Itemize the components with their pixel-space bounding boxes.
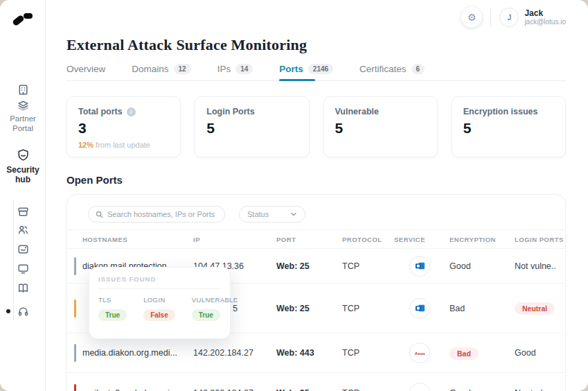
notification-dot: [6, 309, 10, 313]
cell-protocol: TCP: [342, 261, 394, 271]
layers-icon: [17, 98, 30, 112]
cell-hostname: media.diakon.org.medi...: [82, 348, 193, 358]
outlook-service-icon: [409, 256, 430, 277]
search-input[interactable]: [107, 210, 217, 218]
page-title: External Attack Surface Monitoring: [66, 36, 566, 54]
row-status-accent: [74, 384, 76, 391]
open-ports-table-card: Status HOSTNAMES IP PORT PROTOCOL SERVIC…: [66, 194, 566, 391]
outlook-icon: [415, 303, 425, 313]
outlook-service-icon: [409, 298, 430, 319]
stat-card-login-ports: Login Ports 5: [195, 96, 309, 157]
cell-encryption: Bad: [449, 304, 515, 313]
sidebar-item-devices[interactable]: [0, 262, 46, 275]
outlook-icon: [415, 261, 425, 271]
tab-certificates[interactable]: Certificates 6: [359, 64, 425, 80]
sidebar-item-inventory[interactable]: [0, 205, 46, 218]
sidebar: Partner Portal Security hub: [0, 0, 46, 391]
tab-ports[interactable]: Ports 2146: [279, 64, 333, 80]
col-service[interactable]: SERVICE: [394, 236, 449, 243]
sidebar-label-security-hub[interactable]: Security hub: [0, 165, 46, 184]
oki-service-icon: OKI: [409, 383, 430, 391]
cell-hostname: mailgate2.preludeservi....: [82, 388, 193, 391]
cell-protocol: TCP: [342, 304, 394, 313]
sidebar-subnav-line: [13, 201, 14, 320]
building-icon: [17, 83, 30, 96]
cell-port: Web: 25: [276, 261, 342, 271]
status-filter-dropdown[interactable]: Status: [239, 206, 305, 223]
stat-card-encryption-issues: Encryption issues 5: [452, 96, 566, 157]
cell-port: Web: 443: [276, 348, 342, 358]
camera-icon: [17, 243, 30, 256]
stat-value: 5: [335, 120, 426, 137]
stat-card-vulnerable: Vulnerable 5: [323, 96, 438, 157]
col-ip[interactable]: IP: [193, 236, 276, 243]
tab-badge: 12: [174, 64, 191, 74]
sidebar-label-partner-portal[interactable]: Partner Portal: [0, 114, 46, 133]
col-encryption[interactable]: ENCRYPTION: [449, 236, 515, 243]
tooltip-item-login: LOGIN False: [143, 296, 175, 321]
stat-value: 5: [463, 120, 554, 137]
user-name: Jack: [524, 8, 566, 18]
cell-encryption: Good: [449, 388, 515, 391]
search-icon: [96, 211, 103, 218]
row-status-accent: [74, 257, 76, 275]
table-row[interactable]: mailgate2.preludeservi.... 142.202.184.2…: [67, 372, 565, 391]
tooltip-divider: [98, 288, 221, 289]
tooltip-title: ISSUES FOUND: [98, 275, 221, 283]
logo-mark: [24, 13, 33, 19]
cell-ip: 142.202.184.27: [193, 348, 276, 358]
chevron-down-icon: [290, 211, 297, 218]
info-icon[interactable]: i: [127, 107, 136, 116]
delta-suffix: from last update: [93, 141, 150, 149]
col-login-ports[interactable]: LOGIN PORTS: [515, 236, 565, 243]
search-field[interactable]: [88, 206, 225, 223]
tab-overview[interactable]: Overview: [66, 64, 105, 80]
login-status-badge: False: [143, 309, 175, 321]
tab-ips[interactable]: IPs 14: [217, 64, 253, 80]
col-port[interactable]: PORT: [276, 236, 342, 243]
col-hostnames[interactable]: HOSTNAMES: [82, 236, 193, 243]
sidebar-item-users[interactable]: [0, 223, 46, 236]
sidebar-item-scans[interactable]: [0, 243, 46, 256]
tab-domains[interactable]: Domains 12: [132, 64, 190, 80]
table-toolbar: Status: [67, 195, 565, 223]
cell-login-ports-badge: Neutral: [515, 302, 555, 315]
asus-logo-icon: Asus: [414, 351, 425, 356]
tooltip-item-tls: TLS True: [98, 296, 127, 321]
sidebar-item-docs[interactable]: [0, 281, 46, 295]
sidebar-item-partner-portal[interactable]: [0, 98, 46, 112]
cell-encryption: Good: [449, 261, 515, 271]
archive-box-icon: [17, 205, 30, 218]
tab-badge: 2146: [308, 64, 333, 74]
col-protocol[interactable]: PROTOCOL: [342, 236, 394, 243]
settings-button[interactable]: ⚙: [461, 7, 482, 28]
sidebar-item-organization[interactable]: [0, 83, 46, 96]
row-status-accent: [74, 299, 76, 318]
app-window: Partner Portal Security hub: [0, 0, 588, 391]
user-email: jack@lotus.io: [524, 18, 566, 26]
delta-percent: 12%: [78, 141, 93, 149]
cell-encryption-badge: Bad: [449, 347, 479, 360]
cell-login-ports: Not vulne..: [515, 261, 565, 271]
cell-login-ports: Neutral: [515, 388, 565, 391]
cell-protocol: TCP: [342, 388, 394, 391]
user-menu[interactable]: J Jack jack@lotus.io: [499, 8, 566, 27]
table-header-row: HOSTNAMES IP PORT PROTOCOL SERVICE ENCRY…: [67, 229, 565, 249]
stat-value: 5: [206, 120, 297, 137]
asus-service-icon: Asus: [409, 342, 430, 363]
tab-badge: 14: [235, 64, 253, 74]
section-title-open-ports: Open Ports: [66, 174, 566, 186]
cell-port: Web: 25: [276, 304, 342, 313]
cell-port: Web: 25: [276, 388, 342, 391]
users-icon: [17, 223, 30, 236]
stat-card-total-ports: Total ports i 3 12% from last update: [66, 96, 181, 157]
shield-icon: [17, 148, 30, 162]
tab-bar: Overview Domains 12 IPs 14 Ports 2146 Ce…: [66, 64, 566, 81]
stat-cards: Total ports i 3 12% from last update Log…: [66, 96, 566, 157]
sidebar-item-security-hub[interactable]: [0, 148, 46, 162]
brand-logo[interactable]: [12, 11, 35, 29]
cell-ip: 142.202.184.27: [193, 388, 276, 391]
gear-icon: ⚙: [467, 12, 476, 23]
row-status-accent: [74, 344, 76, 362]
tooltip-item-vulnerable: VULNERABLE True: [192, 296, 238, 321]
